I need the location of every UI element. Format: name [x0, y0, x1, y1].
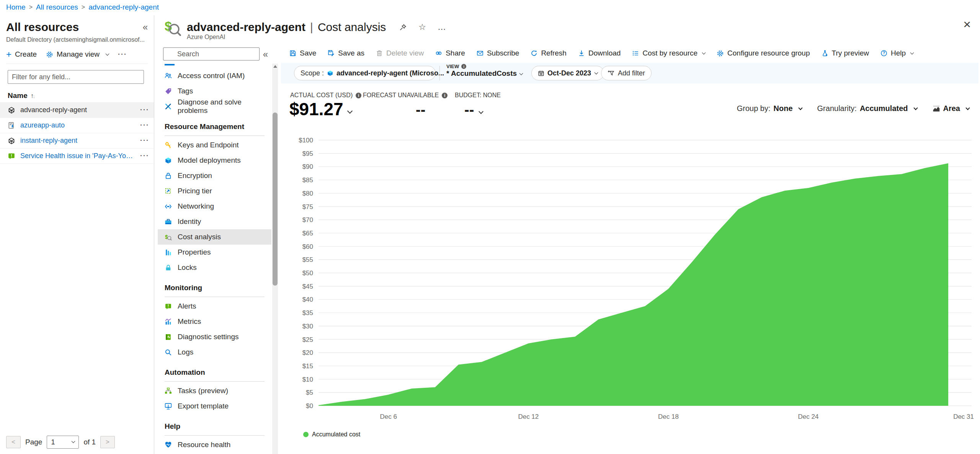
svg-text:$85: $85: [302, 176, 313, 184]
chart-controls: Group by:None Granularity:Accumulated Ar…: [737, 104, 969, 113]
download-button[interactable]: Download: [578, 49, 621, 57]
chevron-down-icon: [347, 108, 353, 114]
diagnostic-icon: [165, 333, 172, 341]
menu-item-cost-analysis[interactable]: $ Cost analysis: [158, 229, 271, 245]
svg-text:$95: $95: [302, 150, 313, 157]
svg-text:$90: $90: [302, 163, 313, 170]
configure-resource-group-button[interactable]: Configure resource group: [717, 49, 810, 57]
menu-scrollbar[interactable]: [272, 64, 278, 454]
menu-item-locks[interactable]: Locks: [158, 260, 271, 275]
delete-view-button[interactable]: Delete view: [376, 49, 424, 57]
resource-row-advanced-reply-agent[interactable]: advanced-reply-agent ···: [0, 102, 154, 118]
menu-item-pricing-tier[interactable]: Pricing tier: [158, 183, 271, 199]
scrollbar-thumb[interactable]: [273, 113, 278, 286]
sort-desc-icon: ↓: [33, 93, 36, 99]
breadcrumb: Home > All resources > advanced-reply-ag…: [6, 3, 159, 11]
chevron-down-icon: [910, 51, 914, 55]
menu-item-diagnostic-settings[interactable]: Diagnostic settings: [158, 329, 271, 345]
menu-item-metrics[interactable]: Metrics: [158, 314, 271, 329]
menu-item-alerts[interactable]: ! Alerts: [158, 299, 271, 314]
briefcase-icon: [165, 218, 172, 225]
row-context-menu-button[interactable]: ···: [140, 152, 149, 160]
manage-view-button[interactable]: Manage view: [46, 50, 109, 59]
granularity-dropdown[interactable]: Granularity:Accumulated: [817, 104, 917, 113]
scope-label: Scope :: [301, 69, 324, 77]
save-as-icon: [328, 50, 335, 57]
breadcrumb-all-resources[interactable]: All resources: [36, 3, 78, 11]
row-context-menu-button[interactable]: ···: [140, 106, 149, 114]
refresh-button[interactable]: Refresh: [531, 49, 567, 57]
row-context-menu-button[interactable]: ···: [140, 137, 149, 145]
resource-row-service-health[interactable]: ! Service Health issue in 'Pay-As-You-Go…: [0, 148, 154, 163]
metrics-icon: [165, 318, 172, 325]
add-filter-pill[interactable]: Add filter: [601, 66, 652, 80]
chart-legend: Accumulated cost: [303, 431, 360, 438]
svg-text:!: !: [168, 304, 169, 308]
next-page-button[interactable]: >: [100, 436, 115, 448]
svg-text:$40: $40: [302, 296, 313, 303]
menu-item-support[interactable]: ? Support + Troubleshooting: [158, 452, 271, 454]
menu-item-properties[interactable]: Properties: [158, 245, 271, 260]
help-dropdown[interactable]: ? Help: [880, 49, 913, 57]
tools-icon: [165, 103, 172, 110]
save-as-button[interactable]: Save as: [328, 49, 364, 57]
scroll-up-icon[interactable]: [273, 65, 277, 68]
subscribe-button[interactable]: Subscribe: [477, 49, 519, 57]
menu-item-export-template[interactable]: Export template: [158, 398, 271, 414]
menu-item-encryption[interactable]: Encryption: [158, 168, 271, 183]
svg-text:$45: $45: [302, 283, 313, 290]
more-commands-button[interactable]: ···: [118, 51, 127, 59]
name-column-header[interactable]: Name ↑↓: [8, 91, 154, 100]
panel-title: All resources: [6, 21, 79, 34]
actual-cost-value[interactable]: $91.27: [289, 99, 352, 119]
breadcrumb-resource[interactable]: advanced-reply-agent: [88, 3, 159, 11]
menu-search-input[interactable]: [163, 47, 260, 60]
try-preview-button[interactable]: Try preview: [822, 49, 869, 57]
openai-logo-icon: [8, 106, 15, 114]
resource-row-instant-reply-agent[interactable]: instant-reply-agent ···: [0, 133, 154, 148]
scope-pill[interactable]: Scope : advanced-reply-agent (Microso...: [294, 66, 436, 80]
menu-item-resource-health[interactable]: Resource health: [158, 437, 271, 452]
menu-item-identity[interactable]: Identity: [158, 214, 271, 229]
view-selector[interactable]: VIEWi * AccumulatedCosts: [446, 64, 523, 78]
menu-item-logs[interactable]: Logs: [158, 345, 271, 360]
svg-text:?: ?: [883, 51, 885, 55]
forecast-label: FORECAST UNAVAILABLEi: [363, 92, 448, 99]
date-range-value: Oct-Dec 2023: [547, 69, 591, 77]
resource-row-azureapp-auto[interactable]: azureapp-auto ···: [0, 118, 154, 133]
collapse-panel-icon[interactable]: «: [143, 22, 148, 33]
breadcrumb-home[interactable]: Home: [6, 3, 26, 11]
collapse-menu-icon[interactable]: «: [263, 49, 268, 60]
svg-text:$60: $60: [302, 243, 313, 250]
lock-icon: [165, 172, 172, 180]
filter-input[interactable]: [8, 70, 144, 84]
date-range-pill[interactable]: Oct-Dec 2023: [531, 66, 604, 80]
svg-text:Dec 6: Dec 6: [380, 413, 397, 420]
row-context-menu-button[interactable]: ···: [140, 121, 149, 129]
group-by-dropdown[interactable]: Group by:None: [737, 104, 802, 113]
share-button[interactable]: Share: [435, 49, 465, 57]
columns-icon: [165, 249, 172, 256]
directory-subtitle: Default Directory (arctseminghsigmail.on…: [6, 36, 148, 43]
menu-item-tags[interactable]: Tags: [158, 83, 271, 99]
menu-item-networking[interactable]: Networking: [158, 199, 271, 214]
accumulated-cost-area-chart[interactable]: $0$5$10$15$20$25$30$35$40$45$50$55$60$65…: [289, 135, 974, 426]
pricing-icon: [165, 188, 172, 195]
cost-by-resource-dropdown[interactable]: Cost by resource: [632, 49, 705, 57]
service-health-icon: !: [8, 152, 15, 160]
menu-item-keys-endpoint[interactable]: Keys and Endpoint: [158, 137, 271, 153]
budget-value[interactable]: --: [464, 102, 483, 118]
create-button[interactable]: + Create: [6, 50, 37, 59]
chart-type-dropdown[interactable]: Area: [933, 104, 969, 113]
prev-page-button[interactable]: <: [6, 436, 21, 448]
menu-item-diagnose[interactable]: Diagnose and solve problems: [158, 99, 271, 114]
save-button[interactable]: Save: [289, 49, 316, 57]
cube-icon: [165, 157, 172, 164]
menu-item-model-deployments[interactable]: Model deployments: [158, 153, 271, 168]
page-of-label: of 1: [83, 438, 96, 446]
menu-item-access-control[interactable]: Access control (IAM): [158, 68, 271, 83]
menu-item-tasks-preview[interactable]: Tasks (preview): [158, 383, 271, 398]
page-select[interactable]: 1: [47, 436, 79, 449]
svg-text:$30: $30: [302, 323, 313, 330]
svg-text:$20: $20: [302, 349, 313, 356]
